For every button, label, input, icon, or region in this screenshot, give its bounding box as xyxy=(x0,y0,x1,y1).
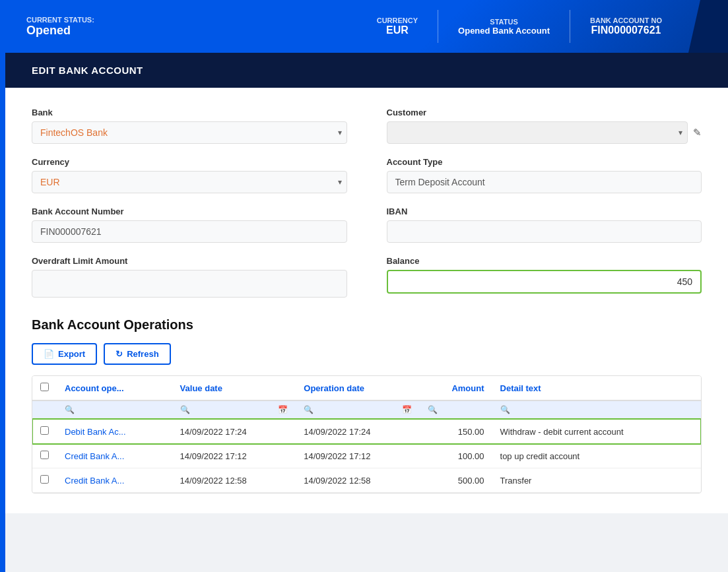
refresh-icon: ↻ xyxy=(116,349,123,359)
customer-group: Customer ▾ ✎ xyxy=(387,108,702,144)
row2-account-ope-value[interactable]: Credit Bank A... xyxy=(65,451,124,461)
col-account-ope[interactable]: Account ope... xyxy=(57,376,172,400)
row2-operation-date-value: 14/09/2022 17:12 xyxy=(304,451,370,461)
export-button-label: Export xyxy=(58,349,85,359)
filter-detail-text: 🔍 xyxy=(492,400,701,419)
currency-form-label: Currency xyxy=(32,157,347,167)
col-value-date-label: Value date xyxy=(180,383,222,393)
filter-operation-date-calendar-icon[interactable]: 📅 xyxy=(402,405,412,414)
row1-checkbox[interactable] xyxy=(40,426,49,435)
currency-label: CURRENCY xyxy=(377,16,418,24)
row2-value-date: 14/09/2022 17:12 xyxy=(172,444,296,468)
edit-header-title: EDIT BANK ACCOUNT xyxy=(32,65,143,76)
operations-table: Account ope... Value date Operation date xyxy=(32,376,701,493)
iban-input[interactable] xyxy=(387,220,702,243)
currency-form-input[interactable] xyxy=(32,171,347,193)
customer-input-row: ▾ ✎ xyxy=(387,121,702,144)
account-type-group: Account Type xyxy=(387,157,702,193)
table-row[interactable]: Debit Bank Ac... 14/09/2022 17:24 14/09/… xyxy=(32,419,701,444)
row3-amount: 500.00 xyxy=(420,468,492,493)
row2-detail-text-value: top up credit account xyxy=(500,451,580,461)
bank-account-no-value: FIN000007621 xyxy=(591,24,661,36)
account-type-label: Account Type xyxy=(387,157,702,167)
filter-operation-date-search-icon: 🔍 xyxy=(304,405,314,414)
table-header-row: Account ope... Value date Operation date xyxy=(32,376,701,400)
select-all-checkbox[interactable] xyxy=(40,383,49,391)
refresh-button[interactable]: ↻ Refresh xyxy=(104,343,170,365)
bank-account-number-label: Bank Account Number xyxy=(32,207,347,216)
filter-value-date: 🔍 📅 xyxy=(172,400,296,419)
blue-sidebar xyxy=(0,53,5,572)
filter-operation-date: 🔍 📅 xyxy=(296,400,420,419)
row1-value-date: 14/09/2022 17:24 xyxy=(172,419,296,444)
overdraft-input[interactable] xyxy=(32,270,347,298)
filter-detail-text-icon: 🔍 xyxy=(500,405,510,414)
filter-account-ope: 🔍 xyxy=(57,400,172,419)
refresh-button-label: Refresh xyxy=(127,349,158,359)
bank-label: Bank xyxy=(32,108,347,117)
row1-amount-value: 150.00 xyxy=(458,427,484,437)
overdraft-group: Overdraft Limit Amount xyxy=(32,256,347,298)
row1-detail-text-value: Withdraw - debit current account xyxy=(500,427,624,437)
operations-table-body: Debit Bank Ac... 14/09/2022 17:24 14/09/… xyxy=(32,419,701,493)
table-row[interactable]: Credit Bank A... 14/09/2022 12:58 14/09/… xyxy=(32,468,701,493)
iban-label: IBAN xyxy=(387,207,702,216)
filter-row: 🔍 🔍 📅 xyxy=(32,400,701,419)
row3-account-ope-value[interactable]: Credit Bank A... xyxy=(65,476,124,486)
balance-value: 450 xyxy=(677,276,692,287)
status-value: Opened Bank Account xyxy=(458,26,550,36)
balance-label: Balance xyxy=(387,256,702,266)
row1-account-ope-value[interactable]: Debit Bank Ac... xyxy=(65,427,126,437)
export-button[interactable]: 📄 Export xyxy=(32,343,97,365)
account-type-input[interactable] xyxy=(387,171,702,193)
table-row[interactable]: Credit Bank A... 14/09/2022 17:12 14/09/… xyxy=(32,444,701,468)
row2-operation-date: 14/09/2022 17:12 xyxy=(296,444,420,468)
currency-input-wrapper: ▾ xyxy=(32,171,347,193)
current-status-label: CURRENT STATUS: xyxy=(26,16,94,24)
row3-account-ope: Credit Bank A... xyxy=(57,468,172,493)
bank-input[interactable] xyxy=(32,121,347,144)
filter-amount-icon: 🔍 xyxy=(428,405,438,414)
row1-amount: 150.00 xyxy=(420,419,492,444)
overdraft-label: Overdraft Limit Amount xyxy=(32,256,347,266)
col-operation-date[interactable]: Operation date xyxy=(296,376,420,400)
iban-input-wrapper xyxy=(387,220,702,243)
filter-value-date-calendar-icon[interactable]: 📅 xyxy=(278,405,288,414)
row2-amount: 100.00 xyxy=(420,444,492,468)
row1-account-ope: Debit Bank Ac... xyxy=(57,419,172,444)
top-meta-group: CURRENCY EUR STATUS Opened Bank Account … xyxy=(377,10,662,43)
row2-detail-text: top up credit account xyxy=(492,444,701,468)
customer-input[interactable] xyxy=(387,121,688,144)
customer-edit-icon[interactable]: ✎ xyxy=(693,127,702,139)
currency-group: CURRENCY EUR xyxy=(377,16,418,36)
main-content: Bank ▾ Customer ▾ xyxy=(5,88,728,513)
operations-section-title: Bank Account Operations xyxy=(32,317,702,333)
row1-value-date-value: 14/09/2022 17:24 xyxy=(180,427,247,437)
row3-detail-text: Transfer xyxy=(492,468,701,493)
row3-amount-value: 500.00 xyxy=(458,476,484,486)
balance-field[interactable]: 450 xyxy=(387,270,702,294)
filter-account-ope-icon: 🔍 xyxy=(65,405,75,414)
bank-account-number-input[interactable] xyxy=(32,220,347,243)
col-value-date[interactable]: Value date xyxy=(172,376,296,400)
col-amount-label: Amount xyxy=(451,383,484,393)
row3-operation-date: 14/09/2022 12:58 xyxy=(296,468,420,493)
row1-operation-date-value: 14/09/2022 17:24 xyxy=(304,427,370,437)
col-detail-text[interactable]: Detail text xyxy=(492,376,701,400)
bank-group: Bank ▾ xyxy=(32,108,347,144)
row3-checkbox-col xyxy=(32,468,57,493)
col-detail-text-label: Detail text xyxy=(500,383,541,393)
row2-checkbox[interactable] xyxy=(40,451,49,459)
currency-value: EUR xyxy=(386,24,409,36)
status-group2: STATUS Opened Bank Account xyxy=(458,18,550,36)
row3-checkbox[interactable] xyxy=(40,475,49,484)
currency-form-group: Currency ▾ xyxy=(32,157,347,193)
row2-amount-value: 100.00 xyxy=(458,451,484,461)
filter-value-date-search-icon: 🔍 xyxy=(180,405,190,414)
edit-header: EDIT BANK ACCOUNT xyxy=(5,53,728,88)
col-amount[interactable]: Amount xyxy=(420,376,492,400)
bank-account-no-label: BANK ACCOUNT NO xyxy=(590,16,662,24)
row3-operation-date-value: 14/09/2022 12:58 xyxy=(304,476,370,486)
customer-label: Customer xyxy=(387,108,702,117)
filter-checkbox-col xyxy=(32,400,57,419)
